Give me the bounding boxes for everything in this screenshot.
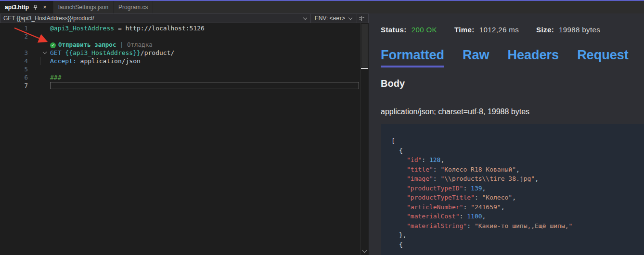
- json-token: "Какие-то шипы,,Ещё шипы,": [475, 222, 573, 229]
- codelens-row[interactable]: ✓Отправить запрос | Отладка: [50, 40, 360, 49]
- fold-chevron-icon[interactable]: [43, 50, 47, 54]
- code-token: application/json: [77, 57, 141, 65]
- chevron-down-icon[interactable]: [303, 16, 307, 20]
- response-panel: Status: 200 OK Time: 1012,26 ms Size: 19…: [369, 13, 644, 255]
- editor-line[interactable]: 7: [0, 81, 360, 90]
- editor-line[interactable]: 1@api3_HostAddress = http://localhost:51…: [0, 24, 360, 32]
- json-token: [: [391, 137, 395, 145]
- json-line: },: [391, 230, 644, 240]
- editor-scrollbar[interactable]: [360, 23, 369, 255]
- request-url-bar: GET {{api3_HostAddress}}/product/ ENV: <…: [0, 13, 369, 23]
- time-label: Time:: [454, 25, 475, 35]
- line-number: [0, 40, 28, 49]
- json-line: "id": 128,: [391, 155, 644, 165]
- fold-gutter[interactable]: [28, 49, 50, 57]
- response-tab-headers[interactable]: Headers: [508, 47, 559, 67]
- vs-window: api3.http × launchSettings.json Program.…: [0, 0, 644, 255]
- send-request-check-icon: ✓: [50, 42, 56, 48]
- response-status-row: Status: 200 OK Time: 1012,26 ms Size: 19…: [381, 25, 644, 35]
- code-line-content[interactable]: ###: [50, 73, 360, 81]
- json-line: "productTypeID": 139,: [391, 184, 644, 193]
- code-line-content[interactable]: [50, 65, 360, 73]
- response-tab-raw[interactable]: Raw: [463, 47, 489, 67]
- fold-gutter: [28, 40, 50, 49]
- tab-strip: api3.http × launchSettings.json Program.…: [0, 1, 644, 13]
- split-pane-icon[interactable]: [357, 14, 366, 23]
- code-token: http://localhost:5126: [126, 25, 205, 32]
- json-token: ,: [501, 203, 505, 211]
- json-token: :: [433, 175, 441, 182]
- json-token: "title": [407, 166, 433, 173]
- code-line-content[interactable]: Accept: application/json: [50, 57, 360, 65]
- json-token: },: [399, 231, 407, 239]
- codelens-separator: |: [116, 41, 127, 48]
- line-number: 4: [0, 57, 28, 65]
- json-line: "materialString": "Какие-то шипы,,Ещё ши…: [391, 221, 644, 231]
- env-selector-label: ENV: <нет>: [315, 15, 345, 22]
- code-line-content[interactable]: [50, 32, 360, 40]
- debug-link[interactable]: Отладка: [127, 41, 153, 48]
- editor-line[interactable]: 3GET {{api3_HostAddress}}/product/: [0, 49, 360, 57]
- json-line: [: [391, 136, 644, 146]
- request-url-text[interactable]: GET {{api3_HostAddress}}/product/: [3, 15, 300, 22]
- fold-gutter: [28, 24, 50, 32]
- tab-program-cs[interactable]: Program.cs: [114, 1, 153, 13]
- editor-pane: GET {{api3_HostAddress}}/product/ ENV: <…: [0, 13, 369, 255]
- tab-api3-http[interactable]: api3.http ×: [0, 1, 53, 13]
- code-token: ###: [50, 74, 61, 81]
- tab-label: api3.http: [5, 4, 29, 11]
- code-token: Accept:: [50, 57, 77, 65]
- json-token: ,: [535, 175, 539, 182]
- scrollbar-thumb[interactable]: [361, 24, 368, 67]
- json-token: "materialCost": [407, 213, 460, 220]
- editor-line[interactable]: 5: [0, 65, 360, 73]
- code-token: /product/: [141, 49, 174, 56]
- json-token: "id": [407, 156, 422, 163]
- body-heading: Body: [381, 78, 644, 89]
- json-token: "Колесо": [482, 194, 513, 201]
- response-tab-request[interactable]: Request: [577, 47, 629, 67]
- json-line: {: [391, 146, 644, 156]
- json-line: "title": "Колесо R18 Кованый",: [391, 165, 644, 174]
- json-token: "productTypeTitle": [407, 194, 475, 201]
- fold-gutter: [28, 57, 50, 65]
- caret-line-box[interactable]: [50, 82, 359, 89]
- json-token: "\\products\\tire_38.jpg": [440, 175, 535, 182]
- chevron-down-icon: [348, 16, 352, 20]
- code-token: {{api3_HostAddress}}: [65, 49, 141, 56]
- env-selector[interactable]: ENV: <нет>: [310, 14, 357, 23]
- editor-line[interactable]: ✓Отправить запрос | Отладка: [0, 40, 360, 49]
- response-tab-formatted[interactable]: Formatted: [381, 47, 444, 67]
- editor-line[interactable]: 4Accept: application/json: [0, 57, 360, 65]
- line-number: 7: [0, 81, 28, 90]
- json-line: {: [391, 240, 644, 250]
- json-token: "productTypeID": [407, 185, 463, 192]
- json-token: {: [399, 241, 403, 248]
- code-line-content[interactable]: GET {{api3_HostAddress}}/product/: [50, 49, 360, 57]
- scrollbar-marker: [361, 68, 368, 69]
- tab-launchsettings-json[interactable]: launchSettings.json: [53, 1, 114, 13]
- editor-line[interactable]: 6###: [0, 73, 360, 81]
- size-label: Size:: [536, 25, 554, 35]
- line-number: 3: [0, 49, 28, 57]
- json-token: ,: [516, 166, 520, 173]
- editor-line[interactable]: 2: [0, 32, 360, 40]
- status-label: Status:: [381, 25, 407, 35]
- close-icon[interactable]: ×: [41, 4, 48, 11]
- fold-gutter: [28, 65, 50, 73]
- code-token: @api3_HostAddress: [50, 25, 114, 32]
- json-token: :: [467, 222, 475, 229]
- json-token: :: [422, 156, 429, 163]
- json-token: :: [475, 194, 482, 201]
- response-body-json[interactable]: [{"id": 128,"title": "Колесо R18 Кованый…: [381, 124, 644, 255]
- response-tabs: Formatted Raw Headers Request: [381, 47, 644, 67]
- content-type-line: application/json; charset=utf-8, 19988 b…: [381, 107, 644, 116]
- line-number: 6: [0, 73, 28, 81]
- json-token: {: [399, 147, 403, 154]
- code-line-content[interactable]: @api3_HostAddress = http://localhost:512…: [50, 24, 360, 32]
- pin-icon[interactable]: [32, 4, 39, 11]
- send-request-link[interactable]: Отправить запрос: [58, 41, 116, 48]
- scroll-down-icon[interactable]: [362, 248, 367, 253]
- line-number: 5: [0, 65, 28, 73]
- code-editor[interactable]: 1@api3_HostAddress = http://localhost:51…: [0, 23, 360, 255]
